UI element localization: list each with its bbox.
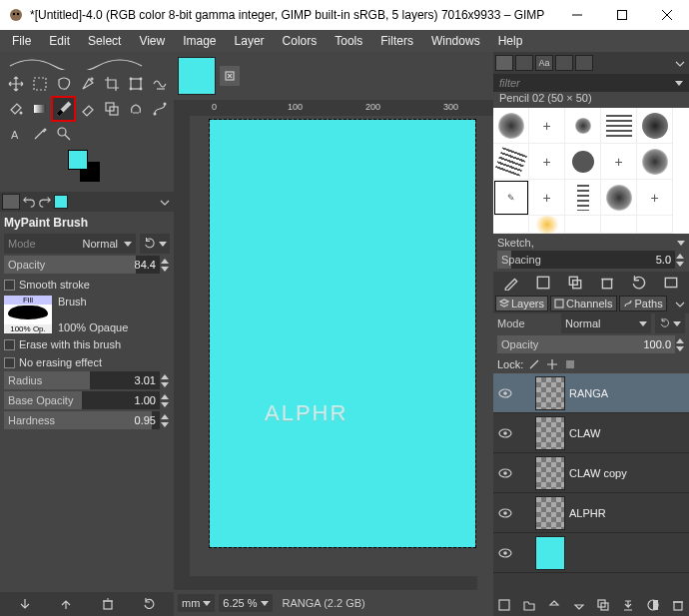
canvas[interactable] [210,120,475,547]
horizontal-scrollbar[interactable] [190,576,477,590]
tab-patterns[interactable] [515,55,533,71]
tool-bucket-fill[interactable] [4,97,27,121]
tab-brushes[interactable] [495,55,513,71]
layer-opacity-spinner[interactable] [675,336,685,352]
reset-mode-button[interactable] [140,234,170,254]
tab-paths[interactable]: Paths [619,296,667,311]
smooth-stroke-checkbox[interactable]: Smooth stroke [4,276,170,294]
foreground-color[interactable] [68,150,88,170]
brush-preview[interactable]: Fill 100% Op. [4,296,52,333]
delete-layer-icon[interactable] [671,598,685,612]
image-tab-close-button[interactable] [220,66,240,86]
edit-brush-icon[interactable] [503,275,519,291]
lock-position-icon[interactable] [545,357,559,371]
menu-windows[interactable]: Windows [423,32,488,50]
visibility-toggle-icon[interactable] [497,425,513,441]
tab-history[interactable] [555,55,573,71]
close-button[interactable] [644,0,689,30]
tool-clone[interactable] [100,97,123,121]
layer-name[interactable]: ALPHR [569,507,606,519]
tool-zoom[interactable] [52,122,75,146]
erase-with-brush-checkbox[interactable]: Erase with this brush [4,335,170,353]
tool-text[interactable]: A [4,122,27,146]
tool-rect-select[interactable] [28,72,51,96]
layer-opacity-slider[interactable]: Opacity 100.0 [493,335,689,353]
opacity-slider[interactable]: Opacity 84.4 [4,256,170,274]
vertical-ruler[interactable] [174,100,190,590]
canvas-viewport[interactable]: ALPHR [190,116,493,576]
layer-name[interactable]: CLAW [569,427,600,439]
dock-menu-icon[interactable] [158,195,172,209]
tab-channels[interactable]: Channels [550,296,616,311]
duplicate-layer-icon[interactable] [596,598,610,612]
layer-row[interactable] [493,533,689,573]
minimize-button[interactable] [554,0,599,30]
menu-filters[interactable]: Filters [372,32,421,50]
tab-fonts[interactable]: Aa [535,55,553,71]
no-erasing-checkbox[interactable]: No erasing effect [4,353,170,371]
layers-dock-menu-icon[interactable] [673,297,687,310]
redo-history-icon[interactable] [38,194,52,210]
menu-tools[interactable]: Tools [327,32,370,50]
restore-preset-icon[interactable] [59,597,73,611]
tool-crop[interactable] [100,72,123,96]
spacing-slider[interactable]: Spacing 5.0 [493,252,689,270]
menu-file[interactable]: File [4,32,39,50]
save-preset-icon[interactable] [18,597,32,611]
menu-colors[interactable]: Colors [275,32,326,50]
base-opacity-slider[interactable]: Base Opacity 1.00 [4,391,170,409]
visibility-toggle-icon[interactable] [497,465,513,481]
radius-slider[interactable]: Radius 3.01 [4,371,170,389]
spacing-spinner[interactable] [675,252,685,268]
visibility-toggle-icon[interactable] [497,545,513,561]
tool-paths[interactable] [148,97,171,121]
tab-layers[interactable]: Layers [495,296,548,311]
tool-color-picker[interactable] [28,122,51,146]
menu-view[interactable]: View [131,32,173,50]
mask-layer-icon[interactable] [646,598,660,612]
tool-transform[interactable] [124,72,147,96]
menu-image[interactable]: Image [175,32,224,50]
new-group-icon[interactable] [522,598,536,612]
brush-filter-input[interactable]: filter [493,74,689,92]
tool-move[interactable] [4,72,27,96]
layer-row[interactable]: CLAW copy [493,453,689,493]
radius-spinner[interactable] [160,372,170,388]
reset-preset-icon[interactable] [142,597,156,611]
delete-preset-icon[interactable] [101,597,115,611]
lock-pixels-icon[interactable] [527,357,541,371]
maximize-button[interactable] [599,0,644,30]
raise-layer-icon[interactable] [547,598,561,612]
lock-alpha-icon[interactable] [563,357,577,371]
merge-down-icon[interactable] [621,598,635,612]
new-layer-icon[interactable] [497,598,511,612]
visibility-toggle-icon[interactable] [497,505,513,521]
zoom-dropdown[interactable]: 6.25 % [219,594,272,612]
fg-bg-swatch[interactable] [68,150,108,186]
tab-tool-options[interactable] [2,194,20,210]
new-brush-icon[interactable] [535,275,551,291]
active-color-chip[interactable] [54,195,68,209]
image-tab-thumbnail[interactable] [178,57,216,95]
opacity-spinner[interactable] [160,257,170,273]
tool-smudge[interactable] [124,97,147,121]
undo-history-icon[interactable] [22,194,36,210]
menu-select[interactable]: Select [80,32,129,50]
tool-gradient[interactable] [28,97,51,121]
visibility-toggle-icon[interactable] [497,385,513,401]
layer-name[interactable]: RANGA [569,387,608,399]
horizontal-ruler[interactable]: 0 100 200 300 [190,100,493,116]
layer-name[interactable]: CLAW copy [569,467,627,479]
refresh-brushes-icon[interactable] [631,275,647,291]
brush-grid[interactable]: + + + ✎ + + [493,108,689,234]
brush-category-dropdown[interactable]: Sketch, [493,234,689,252]
hardness-slider[interactable]: Hardness 0.95 [4,411,170,429]
tool-mypaint-brush[interactable] [52,97,75,121]
layer-row[interactable]: RANGA [493,373,689,413]
open-as-image-icon[interactable] [663,275,679,291]
tool-eraser[interactable] [76,97,99,121]
menu-edit[interactable]: Edit [41,32,78,50]
layer-row[interactable]: ALPHR [493,493,689,533]
hardness-spinner[interactable] [160,412,170,428]
blend-mode-dropdown[interactable]: Mode Normal [4,234,136,254]
